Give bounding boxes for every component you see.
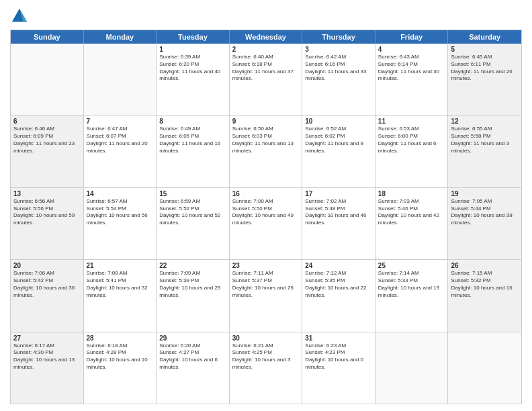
cell-info: Sunrise: 6:45 AM Sunset: 6:11 PM Dayligh… bbox=[451, 54, 519, 83]
day-number: 30 bbox=[232, 334, 300, 342]
cell-info: Sunrise: 7:11 AM Sunset: 5:37 PM Dayligh… bbox=[232, 270, 300, 299]
calendar-cell-1-5: 11Sunrise: 6:53 AM Sunset: 6:00 PM Dayli… bbox=[375, 116, 449, 187]
day-number: 15 bbox=[159, 190, 226, 197]
calendar-cell-1-0: 6Sunrise: 6:46 AM Sunset: 6:09 PM Daylig… bbox=[11, 116, 84, 187]
day-number: 21 bbox=[87, 262, 154, 269]
cell-info: Sunrise: 7:06 AM Sunset: 5:42 PM Dayligh… bbox=[13, 270, 81, 299]
cell-info: Sunrise: 6:23 AM Sunset: 4:23 PM Dayligh… bbox=[305, 342, 372, 371]
calendar-row-2: 13Sunrise: 6:56 AM Sunset: 5:56 PM Dayli… bbox=[11, 188, 521, 260]
weekday-header-tuesday: Tuesday bbox=[157, 30, 230, 44]
calendar-cell-4-3: 30Sunrise: 6:21 AM Sunset: 4:25 PM Dayli… bbox=[230, 332, 303, 404]
day-number: 29 bbox=[159, 334, 226, 342]
cell-info: Sunrise: 6:50 AM Sunset: 6:03 PM Dayligh… bbox=[232, 126, 300, 154]
calendar-cell-0-2: 1Sunrise: 6:39 AM Sunset: 6:20 PM Daylig… bbox=[157, 44, 230, 115]
calendar-cell-3-5: 25Sunrise: 7:14 AM Sunset: 5:33 PM Dayli… bbox=[375, 260, 449, 331]
cell-info: Sunrise: 6:57 AM Sunset: 5:54 PM Dayligh… bbox=[87, 198, 154, 227]
page: SundayMondayTuesdayWednesdayThursdayFrid… bbox=[0, 0, 532, 411]
calendar-cell-0-3: 2Sunrise: 6:40 AM Sunset: 6:18 PM Daylig… bbox=[230, 44, 303, 115]
cell-info: Sunrise: 6:18 AM Sunset: 4:28 PM Dayligh… bbox=[87, 342, 154, 371]
day-number: 14 bbox=[87, 190, 154, 197]
cell-info: Sunrise: 6:39 AM Sunset: 6:20 PM Dayligh… bbox=[159, 54, 226, 83]
cell-info: Sunrise: 7:08 AM Sunset: 5:41 PM Dayligh… bbox=[87, 270, 154, 299]
calendar-cell-3-0: 20Sunrise: 7:06 AM Sunset: 5:42 PM Dayli… bbox=[11, 260, 84, 331]
cell-info: Sunrise: 7:14 AM Sunset: 5:33 PM Dayligh… bbox=[378, 270, 445, 299]
day-number: 11 bbox=[378, 118, 445, 125]
calendar-cell-2-3: 16Sunrise: 7:00 AM Sunset: 5:50 PM Dayli… bbox=[230, 188, 303, 259]
day-number: 16 bbox=[232, 190, 300, 197]
cell-info: Sunrise: 6:42 AM Sunset: 6:16 PM Dayligh… bbox=[305, 54, 372, 83]
calendar-row-3: 20Sunrise: 7:06 AM Sunset: 5:42 PM Dayli… bbox=[11, 260, 521, 332]
weekday-header-wednesday: Wednesday bbox=[230, 30, 303, 44]
day-number: 17 bbox=[305, 190, 372, 197]
cell-info: Sunrise: 6:40 AM Sunset: 6:18 PM Dayligh… bbox=[232, 54, 300, 83]
calendar-cell-1-4: 10Sunrise: 6:52 AM Sunset: 6:02 PM Dayli… bbox=[302, 116, 375, 187]
calendar-cell-2-0: 13Sunrise: 6:56 AM Sunset: 5:56 PM Dayli… bbox=[11, 188, 84, 259]
calendar-cell-3-4: 24Sunrise: 7:12 AM Sunset: 5:35 PM Dayli… bbox=[302, 260, 375, 331]
cell-info: Sunrise: 6:43 AM Sunset: 6:14 PM Dayligh… bbox=[378, 54, 445, 83]
day-number: 20 bbox=[13, 262, 81, 269]
calendar-cell-3-6: 26Sunrise: 7:15 AM Sunset: 5:32 PM Dayli… bbox=[448, 260, 521, 331]
day-number: 12 bbox=[451, 118, 519, 125]
calendar: SundayMondayTuesdayWednesdayThursdayFrid… bbox=[10, 30, 522, 404]
calendar-cell-0-1 bbox=[84, 44, 157, 115]
day-number: 31 bbox=[305, 334, 372, 342]
calendar-cell-0-6: 5Sunrise: 6:45 AM Sunset: 6:11 PM Daylig… bbox=[448, 44, 521, 115]
day-number: 27 bbox=[13, 334, 81, 342]
day-number: 2 bbox=[232, 46, 300, 53]
cell-info: Sunrise: 7:03 AM Sunset: 5:46 PM Dayligh… bbox=[378, 198, 445, 227]
weekday-header-sunday: Sunday bbox=[11, 30, 84, 44]
calendar-cell-4-2: 29Sunrise: 6:20 AM Sunset: 4:27 PM Dayli… bbox=[157, 332, 230, 404]
cell-info: Sunrise: 6:21 AM Sunset: 4:25 PM Dayligh… bbox=[232, 342, 300, 371]
day-number: 13 bbox=[13, 190, 81, 197]
day-number: 23 bbox=[232, 262, 300, 269]
cell-info: Sunrise: 6:53 AM Sunset: 6:00 PM Dayligh… bbox=[378, 126, 445, 154]
day-number: 22 bbox=[159, 262, 226, 269]
day-number: 1 bbox=[159, 46, 226, 53]
day-number: 18 bbox=[378, 190, 445, 197]
calendar-cell-2-2: 15Sunrise: 6:59 AM Sunset: 5:52 PM Dayli… bbox=[157, 188, 230, 259]
day-number: 7 bbox=[87, 118, 154, 125]
calendar-header: SundayMondayTuesdayWednesdayThursdayFrid… bbox=[11, 30, 521, 44]
cell-info: Sunrise: 7:12 AM Sunset: 5:35 PM Dayligh… bbox=[305, 270, 372, 299]
calendar-cell-2-6: 19Sunrise: 7:05 AM Sunset: 5:44 PM Dayli… bbox=[448, 188, 521, 259]
weekday-header-thursday: Thursday bbox=[302, 30, 375, 44]
weekday-header-saturday: Saturday bbox=[448, 30, 521, 44]
calendar-cell-3-2: 22Sunrise: 7:09 AM Sunset: 5:39 PM Dayli… bbox=[157, 260, 230, 331]
day-number: 5 bbox=[451, 46, 519, 53]
calendar-cell-1-2: 8Sunrise: 6:49 AM Sunset: 6:05 PM Daylig… bbox=[157, 116, 230, 187]
cell-info: Sunrise: 6:49 AM Sunset: 6:05 PM Dayligh… bbox=[159, 126, 226, 154]
cell-info: Sunrise: 6:52 AM Sunset: 6:02 PM Dayligh… bbox=[305, 126, 372, 154]
calendar-cell-1-1: 7Sunrise: 6:47 AM Sunset: 6:07 PM Daylig… bbox=[84, 116, 157, 187]
calendar-body: 1Sunrise: 6:39 AM Sunset: 6:20 PM Daylig… bbox=[11, 44, 521, 404]
calendar-row-1: 6Sunrise: 6:46 AM Sunset: 6:09 PM Daylig… bbox=[11, 116, 521, 187]
logo bbox=[10, 7, 30, 26]
calendar-cell-0-0 bbox=[11, 44, 84, 115]
calendar-cell-3-3: 23Sunrise: 7:11 AM Sunset: 5:37 PM Dayli… bbox=[230, 260, 303, 331]
calendar-cell-4-1: 28Sunrise: 6:18 AM Sunset: 4:28 PM Dayli… bbox=[84, 332, 157, 404]
day-number: 9 bbox=[232, 118, 300, 125]
calendar-cell-1-6: 12Sunrise: 6:55 AM Sunset: 5:58 PM Dayli… bbox=[448, 116, 521, 187]
cell-info: Sunrise: 6:17 AM Sunset: 4:30 PM Dayligh… bbox=[13, 342, 81, 371]
calendar-cell-2-1: 14Sunrise: 6:57 AM Sunset: 5:54 PM Dayli… bbox=[84, 188, 157, 259]
cell-info: Sunrise: 7:02 AM Sunset: 5:48 PM Dayligh… bbox=[305, 198, 372, 227]
calendar-cell-0-5: 4Sunrise: 6:43 AM Sunset: 6:14 PM Daylig… bbox=[375, 44, 449, 115]
cell-info: Sunrise: 7:15 AM Sunset: 5:32 PM Dayligh… bbox=[451, 270, 519, 299]
weekday-header-friday: Friday bbox=[375, 30, 449, 44]
calendar-row-4: 27Sunrise: 6:17 AM Sunset: 4:30 PM Dayli… bbox=[11, 332, 521, 404]
cell-info: Sunrise: 6:55 AM Sunset: 5:58 PM Dayligh… bbox=[451, 126, 519, 154]
day-number: 24 bbox=[305, 262, 372, 269]
weekday-header-monday: Monday bbox=[84, 30, 157, 44]
day-number: 25 bbox=[378, 262, 445, 269]
header bbox=[10, 7, 522, 26]
calendar-cell-4-5 bbox=[375, 332, 449, 404]
calendar-row-0: 1Sunrise: 6:39 AM Sunset: 6:20 PM Daylig… bbox=[11, 44, 521, 116]
cell-info: Sunrise: 6:20 AM Sunset: 4:27 PM Dayligh… bbox=[159, 342, 226, 371]
logo-icon bbox=[10, 7, 29, 26]
day-number: 28 bbox=[87, 334, 154, 342]
day-number: 26 bbox=[451, 262, 519, 269]
cell-info: Sunrise: 6:56 AM Sunset: 5:56 PM Dayligh… bbox=[13, 198, 81, 227]
day-number: 10 bbox=[305, 118, 372, 125]
cell-info: Sunrise: 6:46 AM Sunset: 6:09 PM Dayligh… bbox=[13, 126, 81, 154]
cell-info: Sunrise: 6:59 AM Sunset: 5:52 PM Dayligh… bbox=[159, 198, 226, 227]
calendar-cell-0-4: 3Sunrise: 6:42 AM Sunset: 6:16 PM Daylig… bbox=[302, 44, 375, 115]
